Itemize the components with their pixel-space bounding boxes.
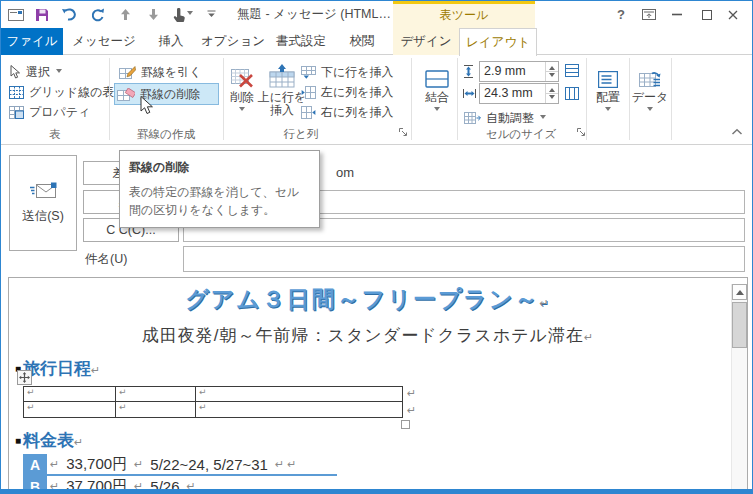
select-button[interactable]: 選択 [7, 62, 64, 82]
draw-border-icon [119, 66, 136, 79]
column-width-spinbox[interactable]: 24.3 mm [479, 83, 559, 104]
table-cell[interactable]: ↵ [196, 387, 402, 402]
qat-more-icon[interactable] [200, 1, 222, 28]
price-row-label: B [23, 476, 47, 489]
table-cell[interactable]: ↵ [24, 402, 116, 417]
row-height-down[interactable] [546, 71, 558, 81]
table-properties-label: プロパティ [29, 104, 90, 121]
save-icon[interactable] [31, 1, 53, 28]
next-item-icon[interactable] [142, 1, 164, 28]
message-window-icon[interactable] [5, 1, 27, 28]
select-label: 選択 [26, 64, 50, 81]
help-button[interactable]: ? [611, 1, 631, 28]
tab-options[interactable]: オプション [201, 28, 265, 55]
doc-title: グアム３日間～フリープラン～↵ [9, 284, 727, 315]
collapse-ribbon-button[interactable] [731, 128, 743, 136]
insert-below-button[interactable]: 下に行を挿入 [299, 62, 396, 82]
alignment-label: 配置 [596, 91, 620, 104]
view-gridlines-button[interactable]: グリッド線の表示 [7, 82, 128, 102]
row-height-spinbox[interactable]: 2.9 mm [479, 61, 559, 82]
column-width-icon [462, 87, 477, 100]
tab-layout[interactable]: レイアウト [459, 28, 537, 56]
table-cell[interactable]: ↵ [116, 387, 196, 402]
data-button[interactable]: データ [631, 60, 669, 114]
table-cell[interactable]: ↵ [196, 402, 402, 417]
view-gridlines-label: グリッド線の表示 [29, 84, 126, 101]
dialog-launcher-icon[interactable] [399, 128, 408, 137]
tab-message[interactable]: メッセージ [67, 28, 141, 55]
tab-format-text[interactable]: 書式設定 [269, 28, 333, 55]
delete-button[interactable]: 削除 [227, 60, 257, 114]
send-label: 送信(S) [22, 208, 64, 225]
minimize-button[interactable] [665, 1, 689, 28]
maximize-button[interactable] [695, 1, 719, 28]
body-scrollbar[interactable] [731, 284, 747, 489]
border-eraser-button[interactable]: 罫線の削除 [114, 83, 219, 105]
column-width-up[interactable] [546, 84, 558, 93]
scroll-thumb[interactable] [732, 302, 747, 348]
table-move-handle[interactable] [17, 370, 32, 385]
distribute-columns-icon[interactable] [565, 87, 579, 100]
group-label-table: 表 [1, 127, 109, 142]
close-button[interactable] [721, 1, 745, 28]
tooltip-body: 表の特定の罫線を消して、セル間の区切りをなくします。 [129, 183, 310, 219]
window-title: 無題 - メッセージ (HTML… [237, 1, 391, 28]
column-width-down[interactable] [546, 93, 558, 103]
delete-label: 削除 [230, 91, 254, 104]
insert-left-icon [301, 86, 316, 99]
scroll-up-button[interactable] [732, 284, 747, 300]
tab-review[interactable]: 校閲 [337, 28, 387, 55]
price-row-a[interactable]: A ↵ 33,700円 ↵ 5/22~24, 5/27~31 ↵↵ [23, 454, 337, 476]
autofit-button[interactable]: 自動調整 [462, 108, 548, 128]
redo-icon[interactable] [86, 1, 108, 28]
dialog-launcher-icon[interactable] [577, 128, 586, 137]
price-row-b[interactable]: B ↵ 37,700円 ↵ 5/26 ↵ [23, 476, 337, 489]
subject-label: 件名(U) [85, 251, 127, 268]
group-label-rows-columns: 行と列 [241, 127, 361, 142]
undo-icon[interactable] [58, 1, 80, 28]
alignment-button[interactable]: 配置 [589, 60, 627, 114]
previous-item-icon[interactable] [114, 1, 136, 28]
send-button[interactable]: 送信(S) [9, 155, 77, 251]
group-label-draw-borders: 罫線の作成 [109, 127, 223, 142]
touch-mode-dropdown[interactable] [184, 1, 194, 28]
insert-left-button[interactable]: 左に列を挿入 [299, 82, 396, 102]
table-properties-button[interactable]: プロパティ [7, 102, 92, 122]
insert-above-label-2: 挿入 [270, 104, 294, 117]
group-label-cell-size: セルのサイズ [461, 127, 581, 142]
insert-below-label: 下に行を挿入 [321, 64, 394, 81]
tab-design[interactable]: デザイン [395, 28, 457, 55]
send-envelope-icon [29, 182, 57, 200]
insert-right-button[interactable]: 右に列を挿入 [299, 102, 396, 122]
border-eraser-icon [117, 88, 135, 101]
gridlines-icon [9, 86, 24, 99]
tooltip-title: 罫線の削除 [129, 159, 310, 176]
autofit-label: 自動調整 [486, 110, 534, 127]
column-width-value: 24.3 mm [484, 84, 533, 103]
heading-itinerary-text: 旅行日程 [23, 359, 91, 378]
table-cell[interactable]: ↵ [24, 387, 116, 402]
table-cell[interactable]: ↵ [116, 402, 196, 417]
distribute-rows-icon[interactable] [565, 64, 579, 77]
ribbon-display-options-button[interactable] [637, 1, 661, 28]
window-bottom-border [1, 489, 752, 493]
row-height-icon [462, 64, 475, 79]
price-table[interactable]: A ↵ 33,700円 ↵ 5/22~24, 5/27~31 ↵↵ B ↵ 37… [23, 454, 337, 489]
draw-border-button[interactable]: 罫線を引く [117, 62, 204, 82]
tab-insert[interactable]: 挿入 [145, 28, 197, 55]
table-resize-handle[interactable] [401, 420, 410, 429]
tooltip-border-eraser: 罫線の削除 表の特定の罫線を消して、セル間の区切りをなくします。 [119, 150, 320, 228]
price-value: 37,700円 [66, 477, 127, 490]
doc-subtitle-text: 成田夜発/朝～午前帰：スタンダードクラスホテル滞在 [142, 326, 584, 345]
heading-prices-text: 料金表 [23, 431, 74, 450]
row-end-mark: ↵ [407, 387, 416, 400]
tab-file[interactable]: ファイル [1, 28, 63, 55]
compose-header: 送信(S) 差出人 om 宛先 C C(C)... 件名(U) 罫線の削除 表の… [1, 145, 752, 277]
message-body-editor[interactable]: グアム３日間～フリープラン～↵ 成田夜発/朝～午前帰：スタンダードクラスホテル滞… [8, 277, 748, 489]
doc-subtitle: 成田夜発/朝～午前帰：スタンダードクラスホテル滞在↵ [9, 324, 727, 347]
merge-button[interactable]: 結合 [417, 60, 457, 114]
itinerary-table[interactable]: ↵ ↵ ↵ ↵ ↵ ↵ [23, 386, 403, 418]
subject-input[interactable] [183, 246, 745, 272]
row-height-up[interactable] [546, 62, 558, 71]
insert-left-label: 左に列を挿入 [321, 84, 394, 101]
